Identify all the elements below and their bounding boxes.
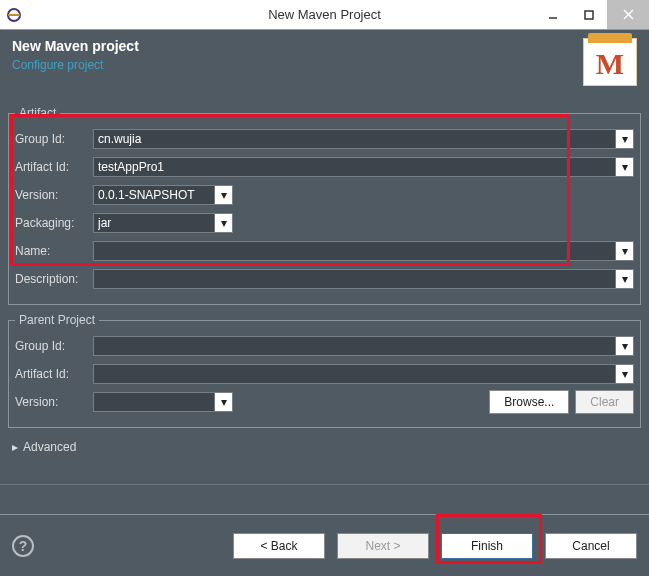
chevron-down-icon[interactable]: ▾ [214, 214, 232, 232]
cancel-button[interactable]: Cancel [545, 533, 637, 559]
artifactid-field[interactable]: testAppPro1 ▾ [93, 157, 634, 177]
browse-button[interactable]: Browse... [489, 390, 569, 414]
groupid-field[interactable]: cn.wujia ▾ [93, 129, 634, 149]
chevron-down-icon[interactable]: ▾ [615, 337, 633, 355]
svg-rect-3 [585, 11, 593, 19]
wizard-footer: ? < Back Next > Finish Cancel [0, 514, 649, 576]
chevron-down-icon[interactable]: ▾ [615, 365, 633, 383]
parent-artifactid-label: Artifact Id: [15, 367, 93, 381]
close-button[interactable] [607, 0, 649, 29]
parent-version-label: Version: [15, 395, 93, 409]
parent-legend: Parent Project [15, 313, 99, 327]
clear-button[interactable]: Clear [575, 390, 634, 414]
page-subtitle: Configure project [12, 58, 583, 72]
version-label: Version: [15, 188, 93, 202]
eclipse-icon [6, 7, 22, 23]
parent-version-field[interactable]: ▾ [93, 392, 233, 412]
window-title: New Maven Project [268, 7, 381, 22]
parent-artifactid-field[interactable]: ▾ [93, 364, 634, 384]
packaging-field[interactable]: jar ▾ [93, 213, 233, 233]
advanced-label: Advanced [23, 440, 76, 454]
artifactid-label: Artifact Id: [15, 160, 93, 174]
name-label: Name: [15, 244, 93, 258]
page-title: New Maven project [12, 38, 583, 54]
chevron-down-icon[interactable]: ▾ [615, 130, 633, 148]
titlebar: New Maven Project [0, 0, 649, 30]
parent-groupid-label: Group Id: [15, 339, 93, 353]
wizard-header: New Maven project Configure project M [0, 30, 649, 98]
maven-folder-icon: M [583, 38, 637, 86]
chevron-down-icon[interactable]: ▾ [615, 158, 633, 176]
parent-project-group: Parent Project Group Id: ▾ Artifact Id: … [8, 313, 641, 428]
minimize-button[interactable] [535, 0, 571, 29]
triangle-right-icon: ▸ [12, 440, 18, 454]
chevron-down-icon[interactable]: ▾ [214, 186, 232, 204]
artifact-legend: Artifact [15, 106, 60, 120]
description-field[interactable]: ▾ [93, 269, 634, 289]
advanced-expander[interactable]: ▸ Advanced [6, 436, 643, 458]
finish-button[interactable]: Finish [441, 533, 533, 559]
groupid-label: Group Id: [15, 132, 93, 146]
name-field[interactable]: ▾ [93, 241, 634, 261]
help-icon[interactable]: ? [12, 535, 34, 557]
chevron-down-icon[interactable]: ▾ [615, 270, 633, 288]
artifact-group: Artifact Group Id: cn.wujia ▾ Artifact I… [8, 106, 641, 305]
maximize-button[interactable] [571, 0, 607, 29]
version-field[interactable]: 0.0.1-SNAPSHOT ▾ [93, 185, 233, 205]
separator [0, 484, 649, 514]
parent-groupid-field[interactable]: ▾ [93, 336, 634, 356]
wizard-body: Artifact Group Id: cn.wujia ▾ Artifact I… [0, 98, 649, 484]
packaging-label: Packaging: [15, 216, 93, 230]
chevron-down-icon[interactable]: ▾ [615, 242, 633, 260]
description-label: Description: [15, 272, 93, 286]
next-button[interactable]: Next > [337, 533, 429, 559]
back-button[interactable]: < Back [233, 533, 325, 559]
chevron-down-icon[interactable]: ▾ [214, 393, 232, 411]
